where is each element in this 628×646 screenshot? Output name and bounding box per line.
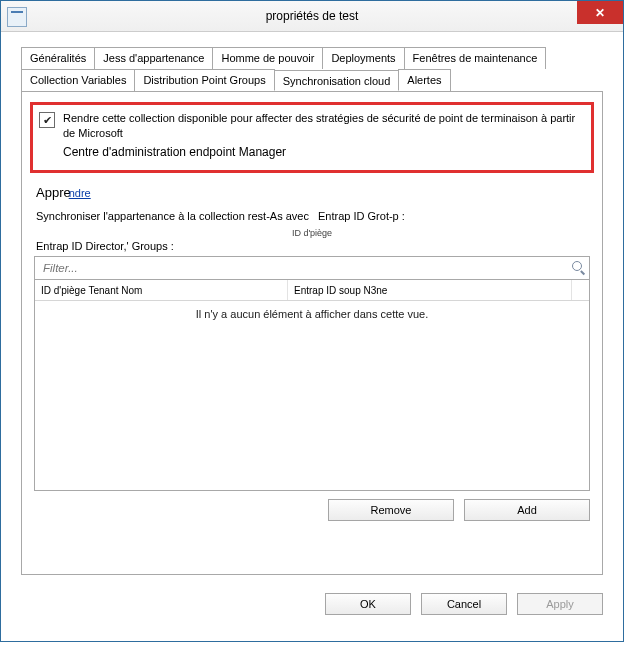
close-button[interactable]: ✕ <box>577 1 623 24</box>
search-icon[interactable] <box>571 260 587 276</box>
column-group-name[interactable]: Entrap ID soup N3ne <box>288 280 572 300</box>
tab-panel-cloud-sync: ✔ Rendre cette collection disponible pou… <box>21 91 603 575</box>
tab-distribution-point-groups[interactable]: Distribution Point Groups <box>134 69 274 91</box>
tab-fenetres-maintenance[interactable]: Fenêtres de maintenance <box>404 47 547 69</box>
list-button-row: Remove Add <box>34 499 590 521</box>
ok-button[interactable]: OK <box>325 593 411 615</box>
tab-synchronisation-cloud[interactable]: Synchronisation cloud <box>274 70 400 91</box>
make-available-label: Rendre cette collection disponible pour … <box>63 111 583 160</box>
window-icon <box>7 7 27 27</box>
column-tenant[interactable]: ID d'piège Tenant Nom <box>35 280 288 300</box>
dialog-window: propriétés de test ✕ Généralités Jess d'… <box>0 0 624 642</box>
make-available-checkbox[interactable]: ✔ <box>39 112 55 128</box>
highlighted-option: ✔ Rendre cette collection disponible pou… <box>30 102 594 173</box>
groups-list-label: Entrap ID Director,' Groups : <box>36 240 590 252</box>
add-button[interactable]: Add <box>464 499 590 521</box>
remove-button[interactable]: Remove <box>328 499 454 521</box>
cancel-button[interactable]: Cancel <box>421 593 507 615</box>
empty-list-message: Il n'y a aucun élément à afficher dans c… <box>35 308 589 320</box>
sync-group-value: Entrap ID Grot-p : <box>318 210 405 222</box>
tab-generalites[interactable]: Généralités <box>21 47 95 69</box>
dialog-client: Généralités Jess d'appartenance Homme de… <box>21 47 603 621</box>
groups-list-header: ID d'piège Tenant Nom Entrap ID soup N3n… <box>35 280 589 301</box>
window-title: propriétés de test <box>266 9 359 23</box>
filter-input[interactable] <box>41 261 571 275</box>
dialog-button-row: OK Cancel Apply <box>325 593 603 615</box>
tab-appartenance[interactable]: Jess d'appartenance <box>94 47 213 69</box>
tab-homme-de-pouvoir[interactable]: Homme de pouvoir <box>212 47 323 69</box>
small-label: ID d'piège <box>34 228 590 238</box>
filter-box <box>34 256 590 280</box>
tab-alertes[interactable]: Alertes <box>398 69 450 91</box>
groups-list: ID d'piège Tenant Nom Entrap ID soup N3n… <box>34 280 590 491</box>
tab-collection-variables[interactable]: Collection Variables <box>21 69 135 91</box>
tab-strip: Généralités Jess d'appartenance Homme de… <box>21 47 603 91</box>
learn-more-link[interactable]: ndre <box>69 187 91 199</box>
checkmark-icon: ✔ <box>43 115 52 126</box>
learn-link-row: Apprendre <box>36 185 590 200</box>
sync-membership-line: Synchroniser l'appartenance à la collect… <box>36 210 590 222</box>
titlebar: propriétés de test ✕ <box>1 1 623 32</box>
apply-button[interactable]: Apply <box>517 593 603 615</box>
tab-deployments[interactable]: Deployments <box>322 47 404 69</box>
close-icon: ✕ <box>595 6 605 20</box>
